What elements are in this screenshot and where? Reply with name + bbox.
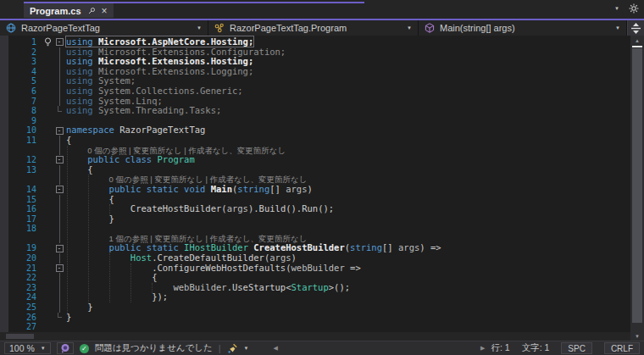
line-number: 7 — [8, 97, 41, 107]
visual-studio-editor-window: Program.cs × ▼ — [0, 0, 644, 355]
line-number: 10 — [8, 125, 41, 136]
line-number: 11 — [8, 136, 41, 146]
outline-margin — [54, 322, 64, 332]
outline-margin — [54, 57, 64, 67]
code-line-text: }); — [64, 292, 630, 302]
health-message[interactable]: 問題は見つかりませんでした — [95, 342, 213, 354]
line-number: 6 — [8, 86, 41, 97]
code-cleanup-broom-icon[interactable] — [227, 343, 238, 354]
code-row[interactable]: 24 }); — [8, 292, 630, 302]
type-dropdown[interactable]: RazorPageTextTag.Program ▼ — [208, 20, 419, 36]
code-row[interactable]: 10-namespace RazorPageTextTag — [8, 125, 630, 136]
globe-icon — [6, 23, 16, 33]
caret-position-group: 行: 1 文字: 1 SPC CRLF — [491, 342, 640, 354]
tab-program-cs[interactable]: Program.cs × — [24, 3, 114, 18]
fold-toggle[interactable]: - — [54, 263, 64, 274]
line-number — [8, 146, 41, 156]
code-row[interactable]: 27 — [8, 322, 630, 332]
outline-margin — [54, 234, 64, 244]
scroll-right-icon[interactable]: ▶ — [480, 345, 485, 352]
code-line-text: { — [64, 136, 630, 146]
fold-toggle[interactable]: - — [54, 155, 64, 165]
code-line-text: public class Program — [64, 155, 630, 165]
fold-toggle[interactable]: - — [54, 243, 64, 253]
code-row[interactable]: 17 } — [8, 214, 630, 225]
outline-margin — [54, 97, 64, 107]
line-number: 19 — [8, 243, 41, 253]
horizontal-scrollbar-thumb[interactable] — [6, 334, 34, 339]
split-window-button[interactable] — [627, 20, 644, 36]
tab-list-dropdown-icon[interactable]: ▼ — [614, 6, 619, 11]
glyph-margin — [41, 47, 54, 58]
status-separator: | — [219, 343, 221, 353]
line-number: 22 — [8, 273, 41, 283]
code-line-text: } — [64, 302, 630, 313]
code-line-text: CreateHostBuilder(args).Build().Run(); — [64, 204, 630, 214]
glyph-margin — [41, 106, 54, 116]
project-dropdown-label: RazorPageTextTag — [21, 23, 100, 33]
fold-toggle[interactable]: - — [54, 185, 64, 195]
code-line-text: using System.Threading.Tasks; — [64, 106, 630, 116]
project-dropdown[interactable]: RazorPageTextTag ▼ — [0, 20, 208, 36]
scroll-left-icon[interactable]: ◀ — [274, 345, 278, 352]
tab-well-controls: ▼ — [614, 3, 639, 14]
purple-indicator-icon[interactable] — [57, 342, 74, 354]
close-icon[interactable]: × — [102, 7, 108, 15]
glyph-margin — [41, 322, 54, 332]
glyph-margin — [41, 67, 54, 77]
outline-margin — [54, 116, 64, 126]
eol-mode-indicator[interactable]: CRLF — [604, 342, 640, 354]
no-issues-check-icon: ✓ — [80, 344, 89, 353]
glyph-margin — [41, 234, 54, 244]
tab-bar: Program.cs × ▼ — [0, 0, 644, 19]
chevron-down-icon: ▼ — [615, 25, 620, 31]
glyph-margin — [41, 224, 54, 234]
code-row[interactable]: 8using System.Threading.Tasks; — [8, 106, 630, 116]
code-row[interactable]: 11{ — [8, 136, 630, 146]
line-number: 12 — [8, 155, 41, 165]
line-number: 16 — [8, 204, 41, 214]
zoom-control[interactable]: 100 % ▼ — [4, 342, 51, 354]
fold-toggle[interactable]: - — [54, 125, 64, 136]
outline-margin — [54, 224, 64, 234]
chevron-down-icon: ▼ — [41, 346, 46, 351]
line-number: 18 — [8, 224, 41, 234]
glyph-margin — [41, 313, 54, 323]
glyph-margin — [41, 146, 54, 156]
line-number: 4 — [8, 67, 41, 77]
cleanup-dropdown-icon[interactable]: ▼ — [244, 346, 249, 351]
fold-toggle[interactable]: - — [54, 37, 64, 47]
horizontal-scrollbar[interactable] — [0, 332, 630, 341]
line-number: 21 — [8, 263, 41, 274]
pin-icon[interactable] — [87, 7, 96, 15]
code-row[interactable]: 25 } — [8, 302, 630, 313]
line-number: 26 — [8, 313, 41, 323]
line-number: 20 — [8, 253, 41, 263]
outline-margin — [54, 273, 64, 283]
glyph-margin — [41, 214, 54, 225]
breakpoint-margin[interactable] — [0, 36, 8, 332]
scroll-up-icon[interactable]: ▲ — [630, 36, 644, 45]
member-dropdown[interactable]: Main(string[] args) ▼ — [419, 20, 627, 36]
navigation-bar: RazorPageTextTag ▼ RazorPageTextTag.Prog… — [0, 19, 644, 36]
code-row[interactable]: 12- public class Program — [8, 155, 630, 165]
glyph-margin — [41, 283, 54, 293]
outline-margin — [54, 165, 64, 175]
gear-icon[interactable] — [629, 3, 639, 14]
outline-margin — [54, 86, 64, 97]
vertical-scrollbar-thumb[interactable] — [632, 48, 642, 323]
code-row[interactable]: 26} — [8, 313, 630, 323]
scroll-down-icon[interactable]: ▼ — [630, 332, 644, 341]
space-mode-indicator[interactable]: SPC — [561, 342, 592, 354]
horizontal-scrollbar-row: ▼ — [0, 332, 644, 341]
outline-margin — [54, 136, 64, 146]
chevron-down-icon: ▼ — [197, 25, 202, 31]
class-icon — [214, 23, 225, 33]
vertical-scrollbar[interactable]: ▲ — [630, 36, 644, 332]
glyph-margin — [41, 243, 54, 253]
line-number: 25 — [8, 302, 41, 313]
lightbulb-icon[interactable] — [41, 37, 54, 47]
line-number: 3 — [8, 57, 41, 67]
glyph-margin — [41, 292, 54, 302]
code-area[interactable]: 1-using Microsoft.AspNetCore.Hosting;2us… — [8, 36, 630, 332]
